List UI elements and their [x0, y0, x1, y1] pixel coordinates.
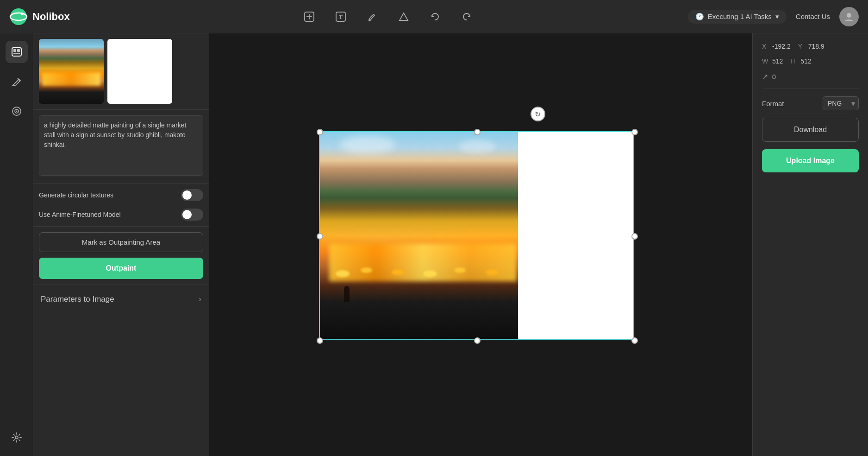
header-right: 🕐 Executing 1 AI Tasks ▾ Contact Us	[688, 7, 859, 26]
main: a highly detailed matte painting of a si…	[0, 33, 868, 456]
executing-label: Executing 1 AI Tasks	[708, 13, 772, 20]
white-outpaint-area	[518, 131, 634, 340]
circular-textures-label: Generate circular textures	[39, 191, 113, 199]
thumbnail-white[interactable]	[107, 39, 172, 104]
canvas-area[interactable]: ↻	[209, 33, 752, 456]
brush-tool-button[interactable]	[362, 6, 382, 27]
svg-point-19	[15, 436, 18, 439]
coord-w: W 512	[762, 57, 783, 65]
executing-badge[interactable]: 🕐 Executing 1 AI Tasks ▾	[688, 10, 787, 24]
h-value: 512	[800, 57, 811, 65]
w-value: 512	[772, 57, 783, 65]
rotation-value: 0	[772, 73, 776, 81]
coord-row-xy: X -192.2 Y 718.9	[762, 43, 859, 50]
contact-button[interactable]: Contact Us	[796, 13, 830, 20]
x-value: -192.2	[772, 43, 791, 50]
coord-row-wh: W 512 H 512	[762, 57, 859, 65]
logo-area: Nolibox	[9, 7, 70, 26]
rotate-handle[interactable]: ↻	[531, 107, 545, 121]
svg-point-10	[847, 13, 851, 18]
undo-button[interactable]	[425, 6, 445, 27]
right-panel: X -192.2 Y 718.9 W 512 H 512 ↗ 0	[752, 33, 868, 456]
svg-marker-9	[400, 13, 408, 20]
canvas-scene: ↻	[319, 131, 643, 358]
coord-row-rotation: ↗ 0	[762, 72, 859, 81]
rotation-icon: ↗	[762, 72, 769, 81]
settings-section: Generate circular textures Use Anime-Fin…	[33, 184, 209, 227]
add-tool-button[interactable]	[299, 6, 319, 27]
circular-textures-row: Generate circular textures	[39, 189, 203, 201]
circular-textures-toggle[interactable]	[181, 189, 203, 201]
clock-icon: 🕐	[695, 13, 704, 21]
shape-tool-button[interactable]	[393, 6, 414, 27]
svg-rect-12	[13, 49, 16, 52]
sidebar-gallery-button[interactable]	[6, 41, 28, 63]
coord-y: Y 718.9	[798, 43, 824, 50]
action-section: Mark as Outpainting Area Outpaint	[33, 227, 209, 285]
redo-button[interactable]	[456, 6, 477, 27]
anime-finetuned-row: Use Anime-Finetuned Model	[39, 209, 203, 221]
y-label: Y	[798, 43, 806, 50]
sidebar-icons	[0, 33, 33, 456]
avatar[interactable]	[839, 7, 859, 26]
format-row: Format PNG JPG WebP	[762, 96, 859, 110]
sidebar-layers-button[interactable]	[6, 100, 28, 122]
download-button[interactable]: Download	[762, 118, 859, 142]
sidebar-settings-button[interactable]	[6, 426, 28, 449]
coord-rotation: ↗ 0	[762, 72, 776, 81]
text-tool-button[interactable]: T	[331, 6, 351, 27]
market-image	[319, 131, 527, 340]
x-label: X	[762, 43, 769, 50]
header-tools: T	[88, 6, 688, 27]
h-label: H	[790, 57, 798, 65]
svg-point-0	[10, 8, 27, 25]
sidebar-edit-button[interactable]	[6, 70, 28, 93]
chevron-down-icon: ▾	[775, 13, 779, 21]
parameters-row[interactable]: Parameters to Image ›	[33, 285, 209, 313]
svg-rect-14	[13, 53, 20, 54]
format-select[interactable]: PNG JPG WebP	[823, 96, 859, 110]
svg-point-8	[368, 19, 370, 21]
w-label: W	[762, 57, 769, 65]
outpaint-button[interactable]: Outpaint	[39, 258, 203, 279]
prompt-textarea[interactable]: a highly detailed matte painting of a si…	[39, 115, 203, 176]
svg-rect-11	[12, 48, 21, 56]
thumbnail-strip	[33, 33, 209, 110]
mark-outpainting-button[interactable]: Mark as Outpainting Area	[39, 232, 203, 252]
anime-finetuned-label: Use Anime-Finetuned Model	[39, 211, 121, 218]
logo-icon	[9, 7, 28, 26]
coord-x: X -192.2	[762, 43, 791, 50]
prompt-section: a highly detailed matte painting of a si…	[33, 110, 209, 184]
svg-rect-13	[17, 49, 20, 52]
left-panel: a highly detailed matte painting of a si…	[33, 33, 209, 456]
thumbnail-market[interactable]	[39, 39, 104, 104]
svg-point-15	[18, 79, 19, 80]
header: Nolibox T	[0, 0, 868, 33]
format-label: Format	[762, 100, 784, 108]
svg-point-18	[16, 111, 17, 112]
divider-1	[762, 89, 859, 89]
svg-point-2	[21, 13, 24, 15]
anime-finetuned-toggle[interactable]	[181, 209, 203, 221]
logo-text: Nolibox	[32, 11, 70, 23]
y-value: 718.9	[808, 43, 824, 50]
chevron-right-icon: ›	[199, 294, 201, 304]
format-select-wrapper: PNG JPG WebP	[823, 96, 859, 110]
coord-h: H 512	[790, 57, 811, 65]
parameters-label: Parameters to Image	[41, 295, 114, 304]
upload-image-button[interactable]: Upload Image	[762, 149, 859, 172]
svg-text:T: T	[339, 14, 343, 20]
